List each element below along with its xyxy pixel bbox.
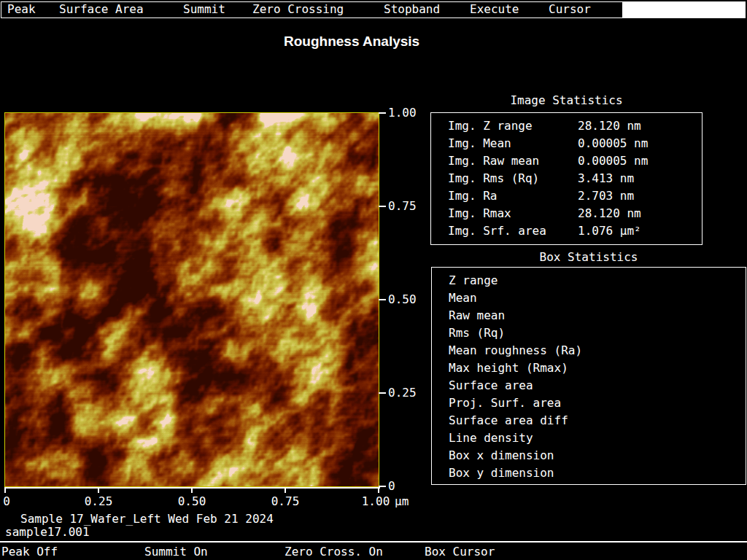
stat-label: Img. Rms (Rq) <box>448 171 539 185</box>
stat-value: 0.00005 nm <box>578 135 648 152</box>
stat-label: Z range <box>449 273 498 287</box>
menu-item-peak[interactable]: Peak <box>7 3 36 15</box>
box-statistics-rows: Z range Mean Raw mean Rms (Rq) Mean roug… <box>449 272 740 482</box>
stat-row: Mean roughness (Ra) <box>449 342 740 359</box>
stat-label: Max height (Rmax) <box>449 361 568 375</box>
stat-row: Box y dimension <box>449 464 740 482</box>
y-axis-tick <box>379 206 386 207</box>
stat-label: Proj. Surf. area <box>449 396 561 410</box>
x-axis-label: 1.00 <box>362 495 390 508</box>
stat-row: Line density <box>449 429 740 447</box>
stat-row: Surface area diff <box>449 412 740 429</box>
x-axis-label: 0.25 <box>85 495 113 508</box>
stat-row: Img. Z range28.120 nm <box>448 117 700 135</box>
stat-label: Img. Srf. area <box>448 224 546 238</box>
stat-value: 0.00005 nm <box>578 152 648 170</box>
stat-label: Img. Mean <box>448 136 511 150</box>
x-axis-label: 0.50 <box>178 495 206 508</box>
stat-value: 1.076 µm² <box>578 222 641 240</box>
status-peak: Peak Off <box>1 545 58 558</box>
y-axis-label: 0.25 <box>388 386 417 399</box>
stat-row: Img. Rms (Rq)3.413 nm <box>448 170 700 187</box>
menu-item-zero-crossing[interactable]: Zero Crossing <box>252 3 344 15</box>
stat-label: Line density <box>449 431 533 445</box>
stat-value: 28.120 nm <box>578 117 641 135</box>
stat-label: Surface area <box>449 378 533 392</box>
x-axis-tick <box>378 489 379 493</box>
stat-value: 2.703 nm <box>578 187 634 205</box>
status-box-cursor: Box Cursor <box>425 545 495 558</box>
stat-row: Max height (Rmax) <box>449 359 740 377</box>
y-axis-tick <box>379 392 386 394</box>
stat-row: Z range <box>449 272 740 289</box>
stat-label: Img. Ra <box>448 189 497 203</box>
status-zero-cross: Zero Cross. On <box>285 545 383 558</box>
y-axis-tick <box>379 299 386 300</box>
stat-row: Img. Rmax28.120 nm <box>448 205 700 222</box>
stat-label: Img. Z range <box>448 119 533 133</box>
filename-caption: sample17.001 <box>5 526 90 539</box>
stat-row: Proj. Surf. area <box>449 394 740 412</box>
y-axis-tick <box>379 112 386 114</box>
stat-row: Box x dimension <box>449 447 740 464</box>
stat-row: Img. Mean0.00005 nm <box>448 135 700 152</box>
stat-label: Mean roughness (Ra) <box>449 343 582 357</box>
stat-row: Mean <box>449 289 740 307</box>
y-axis-label: 0.75 <box>388 200 417 212</box>
stat-row: Img. Raw mean0.00005 nm <box>448 152 700 170</box>
stat-label: Mean <box>449 291 477 305</box>
y-axis-label: 0 <box>388 480 395 492</box>
menu-item-summit[interactable]: Summit <box>183 3 225 15</box>
stat-label: Rms (Rq) <box>449 326 505 340</box>
stat-row: Img. Srf. area1.076 µm² <box>448 222 700 240</box>
x-axis-label: 0 <box>3 495 10 508</box>
y-axis-label: 1.00 <box>388 106 417 119</box>
status-bar-separator <box>0 541 747 542</box>
roughness-analysis-screen: Peak Surface Area Summit Zero Crossing S… <box>0 0 747 560</box>
x-axis-tick <box>191 489 193 493</box>
menu-item-cursor[interactable]: Cursor <box>549 3 591 15</box>
stat-value: 28.120 nm <box>578 205 641 222</box>
afm-height-image[interactable] <box>5 113 379 486</box>
menu-item-surface-area[interactable]: Surface Area <box>59 3 144 15</box>
image-statistics-title: Image Statistics <box>430 94 703 107</box>
stat-row: Surface area <box>449 377 740 394</box>
box-statistics-title: Box Statistics <box>431 251 746 264</box>
stat-row: Rms (Rq) <box>449 324 740 342</box>
page-title: Roughness Analysis <box>284 34 419 50</box>
y-axis-label: 0.50 <box>388 293 417 306</box>
menu-item-execute[interactable]: Execute <box>470 3 519 15</box>
stat-label: Img. Rmax <box>448 206 511 220</box>
status-summit: Summit On <box>144 545 208 558</box>
stat-row: Img. Ra2.703 nm <box>448 187 700 205</box>
image-statistics-rows: Img. Z range28.120 nm Img. Mean0.00005 n… <box>448 117 700 240</box>
stat-value: 3.413 nm <box>578 170 634 187</box>
stat-label: Box y dimension <box>449 466 554 480</box>
stat-label: Box x dimension <box>449 448 554 462</box>
x-axis-label: 0.75 <box>271 495 300 508</box>
x-axis-unit: µm <box>395 495 409 508</box>
stat-row: Raw mean <box>449 307 740 324</box>
stat-label: Raw mean <box>449 308 505 322</box>
menu-item-stopband[interactable]: Stopband <box>384 3 440 15</box>
sample-caption: Sample 17_Wafer_Left Wed Feb 21 2024 <box>20 513 274 526</box>
x-axis-tick <box>285 489 286 493</box>
x-axis-tick <box>4 489 6 493</box>
stat-label: Surface area diff <box>449 413 568 427</box>
x-axis-tick <box>98 489 99 493</box>
stat-label: Img. Raw mean <box>448 154 539 168</box>
